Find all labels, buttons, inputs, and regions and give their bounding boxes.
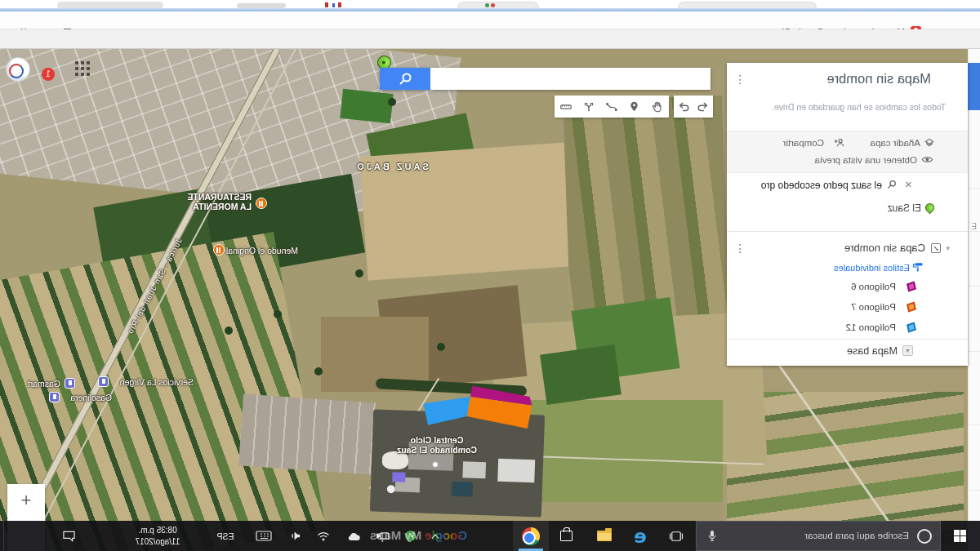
task-view-button[interactable]	[660, 521, 693, 551]
chrome-icon	[522, 527, 540, 545]
pan-hand-tool[interactable]	[647, 96, 668, 118]
base-map-label[interactable]: Mapa base	[847, 345, 898, 357]
terrain-patch	[388, 98, 396, 106]
edge-docked-strip: E	[968, 49, 980, 551]
clock-time: 08:35 p.m.	[138, 525, 176, 536]
mymaps-panel: Mapa sin nombre ⋮ Todos los cambios se h…	[727, 63, 968, 366]
measure-tool[interactable]	[555, 96, 577, 118]
taskbar-clock[interactable]: 08:35 p.m. 11/ago/2017	[113, 521, 203, 551]
map-title[interactable]: Mapa sin nombre	[827, 71, 931, 87]
tray-onedrive-icon[interactable]	[341, 521, 366, 551]
collapse-chevron-icon[interactable]: ▾	[946, 244, 950, 252]
search-icon	[380, 68, 430, 90]
zoom-in-button[interactable]: +	[7, 484, 45, 517]
chrome-taskbar-button[interactable]	[513, 521, 549, 551]
edge-strip-label: E	[971, 222, 977, 231]
keyboard-layout-indicator[interactable]: ESP	[211, 521, 240, 551]
task-view-icon	[669, 531, 684, 542]
notification-badge[interactable]: 1	[42, 68, 55, 81]
restaurant-icon[interactable]	[256, 198, 267, 209]
layers-icon	[924, 137, 935, 149]
tab-text-mark	[325, 2, 328, 7]
terrain-patch	[238, 393, 376, 474]
close-search-icon[interactable]: ✕	[905, 180, 912, 190]
account-avatar[interactable]	[6, 57, 30, 82]
paint-roller-icon	[912, 261, 924, 273]
window-title-bar[interactable]: Mapa sin nombre - Google Chrome ✕	[0, 11, 980, 29]
terrain-patch	[340, 89, 393, 123]
town-label-sauz-bajo: SAUZ BAJO	[345, 162, 439, 171]
layer-item-poligono-12[interactable]: Polígono 12	[846, 322, 896, 332]
preview-button[interactable]: Obtener una vista previa	[815, 155, 917, 165]
drawing-tools-card	[555, 96, 669, 118]
polygon-12-icon[interactable]	[906, 322, 916, 333]
tab-favicon-dot	[485, 3, 489, 7]
base-map-dropdown-icon[interactable]: ▾	[902, 345, 913, 356]
layer-item-poligono-7[interactable]: Polígono 7	[851, 302, 896, 312]
cortana-icon	[917, 529, 932, 544]
taskbar-search-placeholder: Escribe aquí para buscar	[804, 531, 909, 540]
clock-date: 11/ago/2017	[136, 536, 180, 548]
edge-browser-button[interactable]: e	[624, 521, 657, 551]
undo-redo-card	[674, 96, 713, 118]
map-search-input[interactable]	[434, 70, 704, 87]
edge-icon: e	[634, 526, 647, 547]
tray-network-icon[interactable]	[312, 521, 335, 551]
add-directions-tool[interactable]	[578, 96, 599, 118]
search-icon	[886, 179, 898, 190]
search-query[interactable]: el sauz pedro escobedo qro	[761, 180, 882, 191]
draw-line-tool[interactable]	[601, 96, 622, 118]
share-person-icon	[833, 137, 845, 149]
saved-status: Todos los cambios se han guardado en Dri…	[772, 102, 946, 112]
restaurant-icon[interactable]	[213, 244, 225, 256]
show-desktop-button[interactable]	[0, 521, 4, 551]
windows-taskbar: Escribe aquí para buscar e ✓	[0, 521, 980, 551]
tray-volume-icon[interactable]	[284, 521, 307, 551]
panel-menu-kebab-icon[interactable]: ⋮	[734, 73, 746, 86]
drawn-polygons	[422, 382, 537, 431]
preview-eye-icon	[921, 154, 933, 165]
share-button[interactable]: Compartir	[783, 138, 824, 148]
google-apps-grid-icon[interactable]	[72, 61, 90, 79]
polygon-7-icon[interactable]	[906, 302, 916, 313]
gas-station-icon[interactable]	[65, 378, 75, 389]
tab-text-mark	[338, 2, 341, 7]
tab-favicon-dot	[491, 3, 495, 7]
store-button[interactable]	[550, 521, 583, 551]
tab-text-mark	[332, 3, 335, 7]
place-dot-icon[interactable]	[432, 461, 439, 468]
layer-name[interactable]: Capa sin nombre	[844, 242, 925, 254]
map-search-button[interactable]	[380, 68, 430, 90]
gas-station-icon[interactable]	[49, 392, 60, 402]
action-center-icon	[63, 530, 77, 542]
terrain-patch	[540, 344, 621, 405]
add-layer-button[interactable]: Añadir capa	[871, 138, 920, 148]
individual-styles-link[interactable]: Estilos individuales	[834, 263, 910, 273]
action-center-button[interactable]	[51, 521, 88, 551]
mirrored-desktop-screenshot: Mapa sin nombre - Google Chrome ✕ Es seg…	[0, 0, 980, 551]
polygon-6-icon[interactable]	[906, 282, 916, 292]
layer-menu-kebab-icon[interactable]: ⋮	[734, 242, 746, 255]
store-bag-icon	[561, 531, 573, 541]
file-explorer-button[interactable]	[588, 521, 621, 551]
panel-actions-bar: Añadir capa Compartir Obtener una vista …	[727, 131, 968, 173]
layer-item-poligono-6[interactable]: Polígono 6	[851, 282, 896, 291]
taskbar-search-box[interactable]: Escribe aquí para buscar	[696, 521, 941, 551]
folder-icon	[597, 531, 612, 541]
windows-logo-icon	[955, 530, 967, 542]
scrollbar-thumb[interactable]	[968, 63, 980, 110]
redo-button[interactable]	[674, 96, 693, 118]
google-my-maps-logo: Google My Maps	[370, 528, 467, 542]
tray-touch-keyboard-icon[interactable]	[250, 521, 278, 551]
search-result-item[interactable]: El Sauz	[888, 202, 921, 214]
layer-visibility-checkbox[interactable]: ✓	[931, 243, 941, 253]
gas-station-icon[interactable]	[98, 376, 109, 387]
undo-button[interactable]	[693, 96, 713, 118]
result-pin-icon	[924, 202, 937, 215]
microphone-icon[interactable]	[706, 528, 718, 544]
address-bar[interactable]: Es seguro | https://www.google.com/maps/…	[0, 29, 980, 49]
map-search-bar[interactable]	[380, 68, 710, 90]
add-marker-tool[interactable]	[624, 96, 645, 118]
start-button[interactable]	[941, 521, 980, 551]
